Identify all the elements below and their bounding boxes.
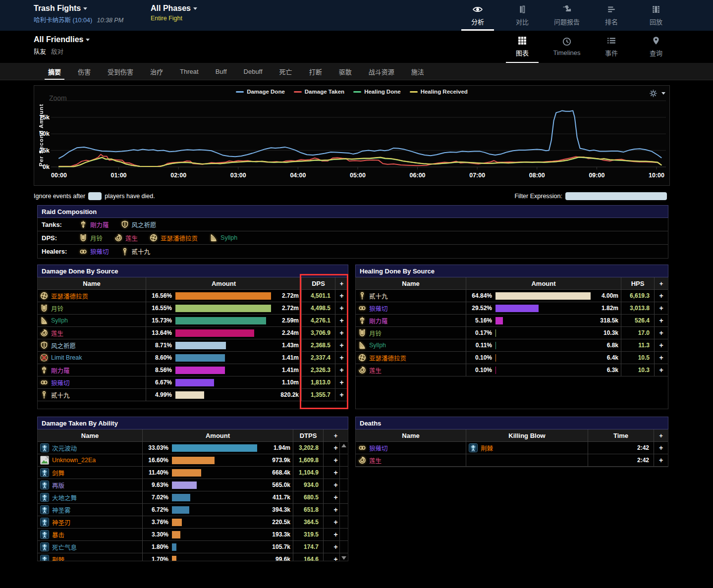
col-header-time[interactable]: Time xyxy=(588,429,654,441)
faction-link[interactable]: 敌对 xyxy=(51,49,63,55)
row-name[interactable]: Unknown_22Ea xyxy=(52,457,96,464)
expand-row-button[interactable]: + xyxy=(655,315,668,326)
scroll-down-arrow-icon[interactable] xyxy=(341,556,346,560)
row-name[interactable]: 次元波动 xyxy=(52,443,77,453)
scroll-up-arrow-icon[interactable] xyxy=(341,444,346,447)
faction-link[interactable]: 队友 xyxy=(34,49,46,55)
player-link[interactable]: 月铃 xyxy=(79,233,103,243)
row-name[interactable]: 暴击 xyxy=(52,530,64,539)
tab-死亡[interactable]: 死亡 xyxy=(271,63,301,80)
row-name[interactable]: 莲生 xyxy=(369,456,382,465)
player-link[interactable]: Syllph xyxy=(210,234,237,242)
player-link[interactable]: 莲生 xyxy=(114,233,138,243)
row-name[interactable]: 大地之舞 xyxy=(52,493,77,502)
player-link[interactable]: 狼薙切 xyxy=(79,247,109,256)
col-header-killing-blow[interactable]: Killing Blow xyxy=(466,429,588,441)
row-name[interactable]: 贰十九 xyxy=(51,390,70,400)
row-name[interactable]: 死亡气息 xyxy=(52,542,77,552)
player-name[interactable]: 风之祈愿 xyxy=(132,220,157,229)
tab-Debuff[interactable]: Debuff xyxy=(235,63,271,80)
col-header-value[interactable]: DPS xyxy=(302,277,335,289)
col-header-plus[interactable]: + xyxy=(324,429,348,441)
player-name[interactable]: 月铃 xyxy=(90,233,103,243)
row-name[interactable]: 剛力羅 xyxy=(369,316,388,325)
tab-打断[interactable]: 打断 xyxy=(301,63,330,80)
legend-item[interactable]: Healing Done xyxy=(353,89,400,95)
row-name[interactable]: 狼薙切 xyxy=(369,443,388,453)
col-header-value[interactable]: HPS xyxy=(621,277,655,289)
view-list[interactable]: 事件 xyxy=(589,31,634,63)
row-name[interactable]: 剛力羅 xyxy=(51,366,70,375)
expand-row-button[interactable]: + xyxy=(655,290,668,302)
tab-战斗资源[interactable]: 战斗资源 xyxy=(360,63,403,80)
row-name[interactable]: 狼薙切 xyxy=(369,304,388,313)
nav-eye[interactable]: 分析 xyxy=(455,0,500,31)
filter-expression-input[interactable] xyxy=(565,192,667,200)
row-name[interactable]: Syllph xyxy=(369,342,386,349)
row-name[interactable]: Limit Break xyxy=(51,354,82,361)
expand-row-button[interactable]: + xyxy=(335,315,348,326)
col-header-plus[interactable]: + xyxy=(655,277,668,289)
row-name[interactable]: 神圣雾 xyxy=(52,505,71,515)
expand-row-button[interactable]: + xyxy=(654,442,668,454)
row-name[interactable]: 月铃 xyxy=(51,304,63,313)
row-name[interactable]: 亚瑟潘德拉贡 xyxy=(369,353,406,363)
tab-摘要[interactable]: 摘要 xyxy=(40,63,69,80)
row-name[interactable]: 剑舞 xyxy=(52,468,64,478)
col-header-amount[interactable]: Amount xyxy=(143,429,293,441)
row-name[interactable]: 贰十九 xyxy=(369,291,388,301)
col-header-value[interactable]: DTPS xyxy=(293,429,324,441)
player-name[interactable]: 贰十九 xyxy=(132,247,151,256)
player-name[interactable]: 亚瑟潘德拉贡 xyxy=(161,233,198,243)
nav-ranking[interactable]: 排名 xyxy=(589,0,634,31)
expand-row-button[interactable]: + xyxy=(335,352,348,364)
col-header-amount[interactable]: Amount xyxy=(146,277,302,289)
fight-title[interactable]: Trash Fights xyxy=(34,4,81,12)
tab-受到伤害[interactable]: 受到伤害 xyxy=(99,63,142,80)
expand-row-button[interactable]: + xyxy=(335,302,348,314)
tab-Threat[interactable]: Threat xyxy=(171,63,207,80)
player-name[interactable]: 剛力羅 xyxy=(90,220,109,229)
nav-compare[interactable]: 对比 xyxy=(500,0,545,31)
player-name[interactable]: 莲生 xyxy=(125,233,138,243)
col-header-plus[interactable]: + xyxy=(335,277,348,289)
tab-驱散[interactable]: 驱散 xyxy=(330,63,360,80)
expand-row-button[interactable]: + xyxy=(335,389,348,401)
legend-item[interactable]: Healing Received xyxy=(410,89,468,95)
col-header-name[interactable]: Name xyxy=(356,429,466,441)
table-scrollbar[interactable] xyxy=(339,442,348,561)
expand-row-button[interactable]: + xyxy=(655,352,668,364)
expand-row-button[interactable]: + xyxy=(335,364,348,376)
legend-item[interactable]: Damage Done xyxy=(236,89,285,95)
row-name[interactable]: 莲生 xyxy=(369,366,382,375)
tab-伤害[interactable]: 伤害 xyxy=(69,63,99,80)
view-clock[interactable]: Timelines xyxy=(545,31,589,63)
expand-row-button[interactable]: + xyxy=(654,454,668,466)
player-link[interactable]: 剛力羅 xyxy=(79,220,109,229)
nav-puzzle[interactable]: 问题报告 xyxy=(545,0,589,31)
player-name[interactable]: 狼薙切 xyxy=(90,247,109,256)
view-pin[interactable]: 查询 xyxy=(634,31,678,63)
expand-row-button[interactable]: + xyxy=(655,364,668,376)
col-header-plus[interactable]: + xyxy=(654,429,668,441)
timeline-chart[interactable]: 0k25k50k75k00:0001:0002:0003:0004:0005:0… xyxy=(36,96,668,185)
expand-row-button[interactable]: + xyxy=(335,339,348,351)
row-name[interactable]: 再版 xyxy=(52,481,64,490)
row-name[interactable]: 月铃 xyxy=(369,328,382,338)
row-name[interactable]: 荆棘 xyxy=(52,555,64,561)
row-name[interactable]: 莲生 xyxy=(51,328,63,338)
tab-Buff[interactable]: Buff xyxy=(207,63,235,80)
expand-row-button[interactable]: + xyxy=(655,327,668,339)
col-header-name[interactable]: Name xyxy=(38,277,146,289)
player-link[interactable]: 亚瑟潘德拉贡 xyxy=(150,233,198,243)
tab-施法[interactable]: 施法 xyxy=(403,63,433,80)
row-name[interactable]: 狼薙切 xyxy=(51,378,70,387)
tab-治疗[interactable]: 治疗 xyxy=(142,63,171,80)
row-name[interactable]: 神圣刃 xyxy=(52,518,71,527)
legend-item[interactable]: Damage Taken xyxy=(294,89,344,95)
row-name[interactable]: Syllph xyxy=(51,317,68,324)
expand-row-button[interactable]: + xyxy=(655,339,668,351)
boss-link[interactable]: 哈利卡纳苏斯 (10:04) xyxy=(34,17,92,24)
view-grid[interactable]: 图表 xyxy=(500,31,545,63)
player-link[interactable]: 风之祈愿 xyxy=(121,220,157,229)
